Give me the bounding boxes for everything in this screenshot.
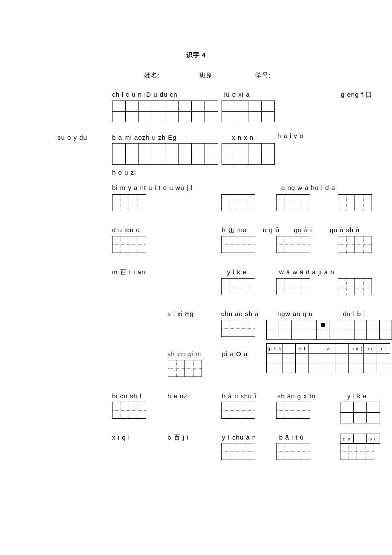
pinyin-r2-a: b a mi aozh u zh Eg xyxy=(112,134,177,141)
pinyin-r2-left: su o y du xyxy=(58,134,87,141)
grid-r2-a xyxy=(112,143,218,165)
pinyin-r7-b: pi a O a xyxy=(222,350,248,357)
tz-r9-e xyxy=(340,443,374,460)
cell-r7-2: a l xyxy=(296,344,309,354)
tz-r8-d xyxy=(276,402,310,419)
pinyin-r4-a: d u icu o xyxy=(112,226,140,233)
pinyin-r7-a: sh en qi m xyxy=(167,350,201,357)
tz-r3-d xyxy=(338,194,372,211)
black-square-icon xyxy=(321,323,325,327)
smallgrid-r7: gi n c a l a l i a ( iu ì l xyxy=(266,343,390,373)
tz-r6-b xyxy=(221,320,255,337)
pinyin-r8-c: h à n shu ǐ xyxy=(222,392,257,400)
smallgrid-r6 xyxy=(266,320,392,340)
tz-r4-b3 xyxy=(338,236,372,253)
pinyin-r3-a: bi m y a nt a i t o u wu j l xyxy=(112,184,193,191)
pinyin-r9-b: b 百 j i xyxy=(167,434,189,442)
pinyin-r5-a: m 百 t i an xyxy=(112,268,145,276)
pinyin-r4-e: gu à sh à xyxy=(330,226,360,233)
pinyin-r8-e: y l k e xyxy=(347,392,367,400)
grid-r8-e xyxy=(340,402,380,423)
cell-r7-3: a xyxy=(322,344,335,354)
tz-r4-b2 xyxy=(276,236,310,253)
pinyin-r3-b: q ng w a hu i d a xyxy=(281,184,335,191)
tz-r5-c2 xyxy=(338,278,372,295)
cell-r7-1: gi n c xyxy=(267,344,282,354)
page-title: 识字 4 xyxy=(0,51,392,59)
student-info-line: 姓名: 班别: 学号: xyxy=(0,72,392,80)
id-label: 学号: xyxy=(255,72,271,80)
tz-r3-c xyxy=(276,194,310,211)
cell-r7-5: iu xyxy=(364,344,377,354)
grid-r1-a xyxy=(112,101,218,122)
pinyin-r1-c: g eng f 口 xyxy=(341,91,372,99)
grid-r2-b xyxy=(222,143,275,165)
pinyin-r8-b: h a ozi xyxy=(167,392,189,400)
tz-r4-b1 xyxy=(221,236,255,253)
cell-r9-e1: g o xyxy=(340,434,354,444)
tz-r3-b xyxy=(221,194,255,211)
class-label: 班别: xyxy=(199,72,215,80)
tz-r4-a xyxy=(112,236,146,253)
pinyin-r5-b: y l k e xyxy=(227,268,247,276)
tz-r9-c xyxy=(221,443,255,460)
pinyin-r1-a: ch l c u n ıD u du cn xyxy=(112,91,178,98)
pinyin-r2-c: h a i y o xyxy=(277,132,304,139)
pinyin-r9-d: b ā i t ù xyxy=(279,434,304,441)
cell-r7-6: ì l xyxy=(377,344,390,354)
pinyin-r9-c: y í chu à n xyxy=(222,434,256,441)
tz-r7-a xyxy=(168,360,202,377)
pinyin-r2-sub: h o u zi xyxy=(112,169,136,176)
tz-r5-c1 xyxy=(276,278,310,295)
pinyin-r6-d: du l b l xyxy=(343,310,365,317)
pinyin-r4-b: h 缶 ma xyxy=(222,226,247,234)
pinyin-r5-c: w ā w ā d à ji à o xyxy=(279,268,334,276)
tz-r3-a xyxy=(112,194,146,211)
pinyin-r1-b: lu o xi a xyxy=(224,91,250,98)
pinyin-r4-c: n g ǔ xyxy=(263,226,280,234)
pinyin-r6-c: ngw an q u xyxy=(277,310,313,317)
name-label: 姓名: xyxy=(144,72,160,80)
pinyin-r6-b: chu an sh a xyxy=(221,310,259,317)
pinyin-r8-a: bi co sh l xyxy=(112,392,141,400)
cell-r7-4: l i a ( xyxy=(349,344,364,354)
tz-r8-c xyxy=(221,402,255,419)
pinyin-r9-a: x i q l xyxy=(112,434,130,441)
tz-r5-b xyxy=(221,278,255,295)
smallgrid-r9-e: g os u xyxy=(340,434,380,444)
pinyin-r2-b: x n x n xyxy=(232,134,254,141)
pinyin-r6-a: s i xi Eg xyxy=(167,310,194,317)
cell-r9-e2: s u xyxy=(367,434,380,444)
pinyin-r8-d: sh ān g x īn xyxy=(277,392,316,400)
grid-r1-b xyxy=(222,101,275,122)
tz-r8-a xyxy=(112,402,146,419)
tz-r9-d xyxy=(276,443,310,460)
pinyin-r4-d: gu à i xyxy=(294,226,312,233)
